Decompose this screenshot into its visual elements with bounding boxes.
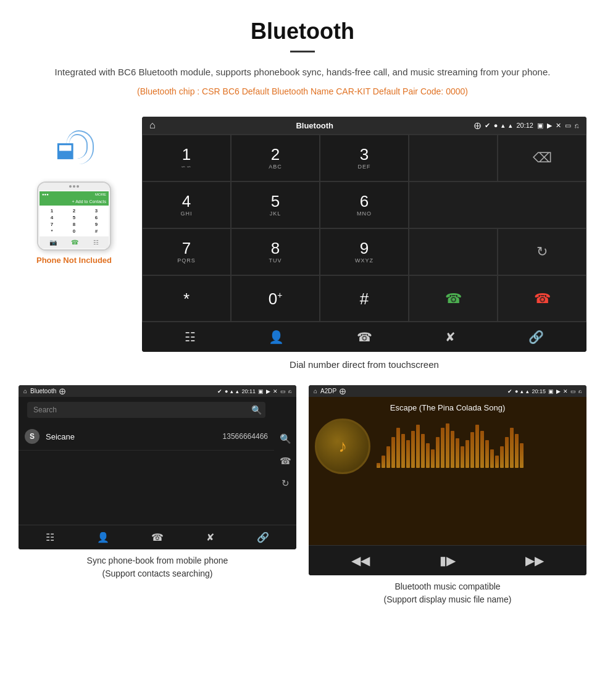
phone-dot (77, 185, 79, 188)
eq-bar (441, 428, 444, 468)
wave2-icon (66, 130, 94, 164)
dial-key-3[interactable]: 3 DEF (320, 135, 409, 181)
music-caption: Bluetooth music compatible (Support disp… (309, 575, 586, 607)
eq-bar (520, 443, 524, 468)
pb-close-icon[interactable]: ✕ (273, 388, 278, 394)
music-wifi-icon: ▴ (526, 388, 529, 394)
phone-top-bar (38, 183, 110, 190)
call-red-icon: ☎ (534, 291, 551, 307)
eq-bar (436, 437, 440, 468)
dial-key-5[interactable]: 5 JKL (231, 181, 320, 228)
pb-back-icon[interactable]: ⎌ (288, 388, 291, 394)
dial-call-red[interactable]: ☎ (498, 275, 586, 322)
close-icon[interactable]: ✕ (556, 122, 561, 130)
pb-nav-dialpad-icon[interactable]: ☷ (46, 531, 54, 543)
dial-android-screen: ⌂ Bluetooth ⨁ ✔ ● ▴ ▴ 20:12 ▣ ▶ ✕ ▭ ⎌ (142, 117, 586, 352)
pb-nav-contacts-icon[interactable]: 👤 (97, 531, 109, 543)
eq-bar (500, 446, 504, 468)
contact-row[interactable]: S Seicane 13566664466 (19, 423, 274, 451)
home-icon[interactable]: ⌂ (149, 120, 156, 131)
phone-mockup: ●●● MORE + Add to Contacts 1 2 3 4 5 6 (37, 181, 111, 251)
eq-bar (490, 449, 494, 468)
pb-app-name: Bluetooth (30, 388, 56, 394)
dial-refresh[interactable]: ↻ (498, 228, 586, 275)
nav-contacts-icon[interactable]: 👤 (269, 330, 284, 344)
nav-link-icon[interactable]: 🔗 (528, 330, 544, 344)
music-album-area: ♪ (315, 419, 580, 474)
eq-bar (475, 425, 479, 468)
pb-vol-icon: ▶ (266, 388, 270, 394)
dialpad-grid: 1 ∽∽ 2 ABC 3 DEF ⌫ 4 GHI (142, 134, 586, 322)
music-camera-icon: ▣ (548, 388, 554, 394)
phone-dial-row: 1 2 3 (41, 208, 107, 214)
dial-screen-container: ⌂ Bluetooth ⨁ ✔ ● ▴ ▴ 20:12 ▣ ▶ ✕ ▭ ⎌ (142, 117, 586, 373)
eq-bars (377, 419, 580, 468)
pb-bt-icon: ✔ (217, 388, 222, 394)
backspace-icon: ⌫ (533, 150, 552, 166)
eq-bar (406, 440, 410, 468)
dial-time: 20:12 (516, 122, 533, 129)
page-title: Bluetooth (37, 19, 568, 44)
dial-key-7[interactable]: 7 PQRS (142, 228, 231, 275)
eq-bar (456, 438, 459, 468)
volume-icon: ▶ (547, 122, 552, 130)
search-icon: 🔍 (251, 405, 262, 415)
music-back-icon[interactable]: ⎌ (578, 388, 582, 394)
dial-key-1[interactable]: 1 ∽∽ (142, 135, 231, 181)
pb-sidebar-call-icon[interactable]: ☎ (280, 456, 291, 467)
phone-container: ⬓ ●●● MORE + Add to Contacts 1 (19, 117, 130, 265)
dial-key-hash[interactable]: # (320, 275, 409, 322)
dial-key-6[interactable]: 6 MNO (320, 181, 409, 228)
eq-bar (485, 440, 489, 468)
phonebook-search-bar[interactable]: Search (27, 402, 265, 418)
music-signal-icon: ▴ (520, 388, 524, 394)
phone-camera-icon: 📷 (49, 239, 57, 246)
dial-backspace[interactable]: ⌫ (498, 135, 586, 181)
dial-call-green[interactable]: ☎ (409, 275, 498, 322)
pb-sidebar-search-icon[interactable]: 🔍 (280, 433, 291, 444)
pb-wifi-icon: ▴ (236, 388, 239, 394)
album-cover: ♪ (315, 419, 370, 474)
dial-key-8[interactable]: 8 TUV (231, 228, 320, 275)
eq-bar (382, 456, 385, 468)
nav-dialpad-icon[interactable]: ☷ (185, 330, 196, 344)
music-status-bar: ⌂ A2DP ⨁ ✔ ● ▴ ▴ 20:15 ▣ ▶ ✕ ▭ ⎌ (309, 385, 586, 397)
nav-phone-icon[interactable]: ☎ (357, 330, 372, 344)
pb-nav-bluetooth-icon[interactable]: ✘ (206, 531, 214, 543)
next-track-button[interactable]: ▶▶ (525, 553, 544, 568)
main-section: ⬓ ●●● MORE + Add to Contacts 1 (0, 110, 605, 373)
pb-nav-phone-icon[interactable]: ☎ (151, 531, 164, 543)
phone-status-bar: ●●● MORE (40, 191, 109, 198)
phonebook-status-bar: ⌂ Bluetooth ⨁ ✔ ● ▴ ▴ 20:11 ▣ ▶ ✕ ▭ ⎌ (19, 385, 296, 397)
dial-key-star[interactable]: * (142, 275, 231, 322)
dial-key-4[interactable]: 4 GHI (142, 181, 231, 228)
phonebook-sidebar: 🔍 ☎ ↻ (274, 397, 296, 525)
phonebook-bottom-nav: ☷ 👤 ☎ ✘ 🔗 (19, 525, 296, 549)
music-app-name: A2DP (320, 388, 336, 394)
dial-key-2[interactable]: 2 ABC (231, 135, 320, 181)
pb-sidebar-refresh-icon[interactable]: ↻ (282, 478, 290, 489)
bottom-section: ⌂ Bluetooth ⨁ ✔ ● ▴ ▴ 20:11 ▣ ▶ ✕ ▭ ⎌ (0, 373, 605, 620)
eq-bar (495, 456, 499, 468)
eq-bar (377, 463, 380, 468)
dial-key-9[interactable]: 9 WXYZ (320, 228, 409, 275)
nav-bluetooth-icon[interactable]: ✘ (445, 330, 456, 344)
title-divider (290, 51, 315, 52)
music-home-icon[interactable]: ⌂ (314, 388, 317, 394)
pb-camera-icon: ▣ (258, 388, 264, 394)
play-pause-button[interactable]: ▮▶ (440, 553, 456, 568)
eq-bar (480, 431, 484, 468)
pb-nav-link-icon[interactable]: 🔗 (257, 531, 269, 543)
prev-track-button[interactable]: ◀◀ (351, 553, 370, 568)
dial-key-0[interactable]: 0+ (231, 275, 320, 322)
dial-empty-3 (409, 228, 498, 275)
pb-loc-icon: ● (225, 388, 228, 394)
back-icon[interactable]: ⎌ (575, 122, 579, 129)
phonebook-inner: Search 🔍 S Seicane 13566664466 🔍 (19, 397, 296, 525)
page-header: Bluetooth Integrated with BC6 Bluetooth … (0, 0, 605, 110)
phonebook-caption: Sync phone-book from mobile phone (Suppo… (19, 549, 296, 581)
eq-bar (386, 446, 390, 468)
music-close-icon[interactable]: ✕ (563, 388, 568, 394)
pb-home-icon[interactable]: ⌂ (23, 388, 27, 394)
phone-screen: ●●● MORE + Add to Contacts 1 2 3 4 5 6 (38, 190, 110, 249)
